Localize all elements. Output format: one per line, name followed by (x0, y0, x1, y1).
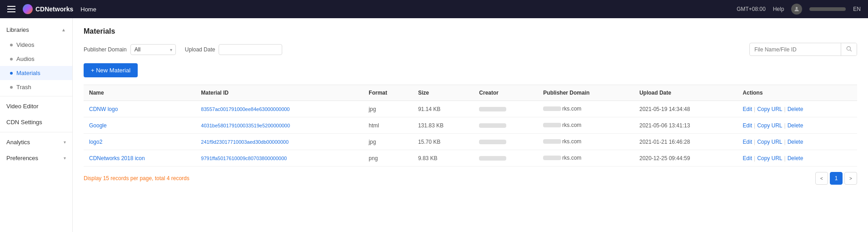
sidebar-item-analytics[interactable]: Analytics ▾ (0, 134, 72, 150)
domain-0: rks.com (543, 106, 581, 112)
sidebar-item-audios[interactable]: Audios (0, 52, 72, 66)
svg-line-2 (850, 50, 852, 51)
main-layout: Libraries ▲ Videos Audios Materials Tras… (0, 18, 868, 232)
sidebar-item-preferences[interactable]: Preferences ▾ (0, 150, 72, 166)
cell-id-3: 9791ffa5017610009c80703800000000 (195, 150, 363, 166)
user-avatar[interactable] (791, 4, 802, 15)
name-link-2[interactable]: logo2 (89, 139, 102, 145)
top-nav-right: GMT+08:00 Help EN (737, 4, 861, 15)
delete-link-1[interactable]: Delete (788, 122, 803, 129)
edit-link-1[interactable]: Edit (743, 122, 752, 129)
pagination-info: Display 15 records per page, total 4 rec… (84, 175, 190, 182)
cell-creator-0 (474, 101, 538, 117)
publisher-domain-select-wrapper: All (130, 44, 176, 55)
delete-link-2[interactable]: Delete (788, 139, 803, 145)
pagination-next[interactable]: > (844, 172, 857, 185)
brand-logo-area: CDNetworks (23, 4, 73, 14)
sidebar-item-trash[interactable]: Trash (0, 80, 72, 94)
sidebar-item-video-editor[interactable]: Video Editor (0, 98, 72, 114)
cell-creator-2 (474, 134, 538, 150)
name-link-1[interactable]: Google (89, 122, 107, 129)
action-links-3: Edit | Copy URL | Delete (743, 155, 852, 161)
material-id-3: 9791ffa5017610009c80703800000000 (201, 156, 287, 161)
domain-2: rks.com (543, 138, 581, 145)
search-button[interactable] (841, 43, 857, 55)
timezone-label: GMT+08:00 (737, 6, 766, 12)
domain-blurred-0 (543, 106, 561, 111)
edit-link-0[interactable]: Edit (743, 106, 752, 112)
copy-url-link-0[interactable]: Copy URL (757, 106, 782, 112)
table-row: logo2 241f9d23017710003aed30db00000000 j… (84, 134, 857, 150)
pagination-prev[interactable]: < (815, 172, 828, 185)
copy-url-link-1[interactable]: Copy URL (757, 122, 782, 129)
analytics-label: Analytics (6, 139, 30, 146)
table-row: Google 4031be580179100033519e5200000000 … (84, 117, 857, 134)
pagination-row: Display 15 records per page, total 4 rec… (84, 166, 857, 187)
edit-link-2[interactable]: Edit (743, 139, 752, 145)
delete-link-0[interactable]: Delete (788, 106, 803, 112)
table-header-row: Name Material ID Format Size Creator Pub… (84, 85, 857, 101)
cell-format-1: html (363, 117, 413, 134)
sidebar-item-materials[interactable]: Materials (0, 66, 72, 80)
cell-name-3: CDNetworks 2018 icon (84, 150, 195, 166)
cell-creator-1 (474, 117, 538, 134)
libraries-section: Libraries ▲ Videos Audios Materials Tras… (0, 22, 72, 94)
user-name-bar (809, 7, 846, 11)
creator-blurred-3 (479, 156, 506, 161)
hamburger-menu[interactable] (7, 6, 15, 12)
libraries-chevron: ▲ (61, 27, 66, 32)
creator-blurred-0 (479, 107, 506, 111)
brand-icon (23, 4, 33, 14)
video-editor-label: Video Editor (6, 103, 39, 110)
nav-home-link[interactable]: Home (80, 6, 96, 13)
domain-suffix-2: rks.com (562, 138, 581, 145)
lang-label[interactable]: EN (853, 6, 861, 12)
top-nav-left: CDNetworks Home (7, 4, 96, 14)
delete-link-3[interactable]: Delete (788, 155, 803, 161)
cell-id-1: 4031be580179100033519e5200000000 (195, 117, 363, 134)
brand-name: CDNetworks (35, 5, 73, 13)
top-nav: CDNetworks Home GMT+08:00 Help EN (0, 0, 868, 18)
cell-format-3: png (363, 150, 413, 166)
trash-dot (10, 86, 13, 89)
cell-domain-1: rks.com (538, 117, 634, 134)
action-links-1: Edit | Copy URL | Delete (743, 122, 852, 129)
copy-url-link-3[interactable]: Copy URL (757, 155, 782, 161)
table-row: CDNW logo 83557ac001791000ee84e630000000… (84, 101, 857, 117)
pagination-page-1[interactable]: 1 (830, 172, 843, 185)
cell-id-0: 83557ac001791000ee84e63000000000 (195, 101, 363, 117)
cell-name-0: CDNW logo (84, 101, 195, 117)
search-input[interactable] (750, 44, 841, 55)
cell-size-2: 15.70 KB (413, 134, 474, 150)
new-material-label: + New Material (91, 67, 130, 74)
cell-name-2: logo2 (84, 134, 195, 150)
cell-date-0: 2021-05-19 14:34:48 (634, 101, 737, 117)
edit-link-3[interactable]: Edit (743, 155, 752, 161)
analytics-chevron: ▾ (64, 140, 66, 145)
domain-blurred-3 (543, 156, 561, 160)
new-material-button[interactable]: + New Material (84, 63, 138, 77)
table-body: CDNW logo 83557ac001791000ee84e630000000… (84, 101, 857, 166)
cell-domain-3: rks.com (538, 150, 634, 166)
sidebar-item-videos[interactable]: Videos (0, 38, 72, 52)
publisher-domain-label: Publisher Domain (84, 46, 127, 53)
upload-date-input[interactable] (219, 44, 282, 55)
copy-url-link-2[interactable]: Copy URL (757, 139, 782, 145)
cdn-settings-label: CDN Settings (6, 119, 42, 126)
publisher-domain-select[interactable]: All (130, 44, 176, 55)
help-link[interactable]: Help (773, 6, 784, 12)
libraries-header[interactable]: Libraries ▲ (0, 22, 72, 38)
domain-3: rks.com (543, 155, 581, 161)
cell-size-0: 91.14 KB (413, 101, 474, 117)
action-links-2: Edit | Copy URL | Delete (743, 139, 852, 145)
material-id-0: 83557ac001791000ee84e63000000000 (201, 106, 289, 112)
libraries-label: Libraries (6, 26, 29, 33)
publisher-domain-filter: Publisher Domain All (84, 44, 176, 55)
sidebar-item-cdn-settings[interactable]: CDN Settings (0, 114, 72, 130)
domain-suffix-0: rks.com (562, 106, 581, 112)
name-link-3[interactable]: CDNetworks 2018 icon (89, 155, 145, 161)
preferences-chevron: ▾ (64, 156, 66, 161)
name-link-0[interactable]: CDNW logo (89, 106, 118, 112)
upload-date-filter: Upload Date (185, 44, 283, 55)
materials-dot (10, 72, 13, 75)
